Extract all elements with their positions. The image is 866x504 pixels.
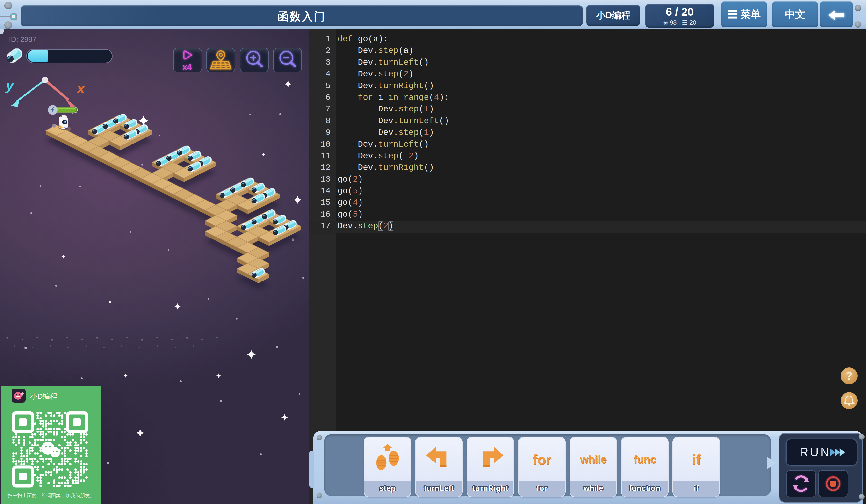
svg-text:x4: x4 [182,62,192,71]
svg-text:x: x [76,80,86,97]
svg-text:y: y [5,77,14,93]
